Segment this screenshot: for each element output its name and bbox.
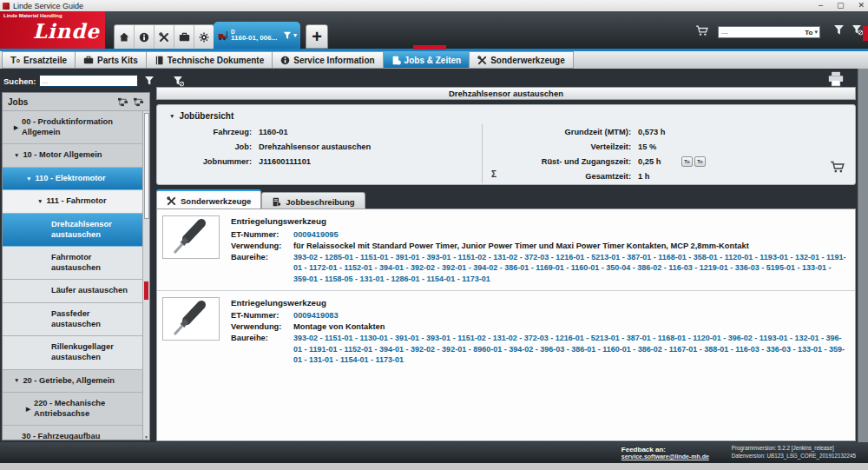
field-label: Jobnummer: [169,157,252,166]
series-list[interactable]: 393-02 - 1151-01 - 1130-01 - 391-01 - 39… [293,333,846,366]
tree-item-label: 10 - Motor Allgemein [23,150,102,161]
tool-name: Entriegelungswerkzeug [231,215,846,228]
vehicle-tab[interactable]: D 1160-01, 006... ▾ [214,22,300,49]
tool-row: Entriegelungswerkzeug ET-Nummer:00094190… [157,209,855,291]
overview-right-column: Grundzeit (MTM):0,573 h Verteilzeit:15 %… [482,124,855,183]
series-label: Baureihe: [231,252,293,285]
tree-item-label: Läufer austauschen [51,286,128,296]
sidebar-search-input[interactable] [39,75,138,87]
transfer-time-button-2[interactable]: To [694,156,706,167]
tree-item[interactable]: ▼10 - Motor Allgemein [3,144,143,168]
print-icon[interactable] [826,71,845,87]
tree-item[interactable]: ▶220 - Mechanische Antriebsachse [3,393,143,426]
filter-icon[interactable] [833,24,845,36]
main-toolbar [114,24,214,50]
et-number-link[interactable]: 0009419083 [293,310,339,321]
topbar-search-caret-icon[interactable]: ▾ [814,29,819,36]
overview-left-column: Fahrzeug:1160-01 Job:Drehzahlsensor aust… [169,124,482,183]
filter-clear-icon[interactable] [852,24,863,36]
add-to-cart-icon[interactable] [830,161,845,174]
scrollbar-thumb[interactable] [144,113,149,219]
chevron-down-icon[interactable]: ▼ [26,175,31,182]
tree-item[interactable]: Drehzahlsensor austauschen [3,214,143,247]
scroll-down-icon[interactable]: ▼ [143,434,149,440]
feedback-label: Feedback an: [621,446,709,453]
tree-item[interactable]: ▼110 - Elektromotor [3,168,143,191]
chevron-down-icon[interactable]: ▼ [14,377,19,384]
tab-jobs-zeiten[interactable]: Jobs & Zeiten [384,51,470,69]
parts-case-button[interactable] [174,25,194,49]
tab-sonderwerkzeuge[interactable]: Sonderwerkzeuge [470,51,574,69]
cart-icon-top[interactable] [695,25,708,36]
usage-value: für Relaissockel mit Standard Power Time… [293,241,749,252]
content-scrollbar[interactable] [858,69,868,442]
field-label: Grundzeit (MTM): [488,128,631,136]
vehicle-caret-icon[interactable]: ▾ [293,31,297,39]
series-list[interactable]: 393-02 - 1285-01 - 1151-01 - 391-01 - 39… [293,252,846,285]
expand-tree-icon[interactable] [117,97,128,107]
minimize-button[interactable]: – [819,0,823,11]
topbar-search-unit[interactable]: To [805,29,814,36]
topbar-search-input[interactable] [719,29,805,36]
linde-logo: Linde Material Handling Linde [0,11,105,49]
tree-item[interactable]: Passfeder austauschen [3,303,143,336]
chevron-down-icon[interactable]: ▼ [37,198,43,205]
feedback-email-link[interactable]: service.software@linde-mh.de [621,453,709,460]
status-footer: Feedback an: service.software@linde-mh.d… [0,442,868,463]
tree-item[interactable]: Läufer austauschen [3,280,143,303]
tree-item[interactable]: ▼20 - Getriebe, Allgemein [3,370,143,394]
book-icon [155,56,164,65]
version-block: Programmversion: 5.2.2 [Jenkins_release]… [732,445,856,460]
tab-parts-kits[interactable]: Parts Kits [76,51,147,69]
tree-item[interactable]: Fahrmotor austauschen [3,247,143,280]
tab-label: Jobs & Zeiten [404,56,462,65]
content-filter-clear-icon[interactable] [173,76,184,87]
chevron-right-icon[interactable]: ▶ [26,406,30,413]
tab-technische-dokumente[interactable]: Technische Dokumente [147,51,273,69]
tree-item[interactable]: ▶00 - Produktinformation Allgemein [3,111,143,144]
tree-item[interactable]: Rillenkugellager austauschen [3,336,143,369]
tree-item-label: 220 - Mechanische Antriebsachse [34,399,140,419]
tab-ersatzteile[interactable]: To Ersatzteile [2,51,76,69]
field-value: 15 % [638,142,680,151]
info-button[interactable] [135,25,155,49]
feedback-block: Feedback an: service.software@linde-mh.d… [621,446,709,460]
settings-gear-button[interactable] [194,25,214,49]
search-label: Suchen: [3,76,36,86]
red-accent-marker [413,45,446,50]
tree-item[interactable]: ▼111 - Fahrmotor [3,190,143,214]
home-button[interactable] [115,25,135,49]
collapse-tree-icon[interactable] [133,97,144,107]
tab-label: Technische Dokumente [168,56,265,65]
red-edge-marker [863,26,868,41]
program-version: Programmversion: 5.2.2 [Jenkins_release] [732,445,856,453]
field-value: J11600111101 [259,157,311,166]
et-number-link[interactable]: 0009419095 [293,229,339,241]
vehicle-filter-icon[interactable] [283,31,292,40]
add-vehicle-tab-button[interactable]: + [306,24,328,49]
maximize-button[interactable]: ▢ [837,0,845,11]
job-overview-header[interactable]: ▼ Jobübersicht [157,105,855,124]
et-label: ET-Nummer: [231,310,293,321]
tools-button[interactable] [155,25,174,49]
jobs-tree-scrollbar[interactable]: ▼ [142,111,149,440]
chevron-right-icon[interactable]: ▶ [14,439,18,440]
tab-label: Service Information [293,56,374,65]
sidebar-filter-icon[interactable] [144,76,155,86]
field-value: 0,573 h [638,128,680,136]
field-value: Drehzahlsensor austauschen [259,142,371,151]
transfer-time-button[interactable]: To [681,156,693,167]
tab-label: Ersatzteile [23,56,67,65]
sigma-icon: Σ [491,169,496,179]
tree-item-label: Rillenkugellager austauschen [51,342,140,362]
chevron-right-icon[interactable]: ▶ [14,124,18,131]
et-label: ET-Nummer: [231,229,293,241]
close-button[interactable]: ✕ [858,0,865,11]
crossed-tools-icon [477,56,487,65]
tree-item[interactable]: ▶30 - Fahrzeugaufbau Allgemein [3,426,143,440]
chevron-down-icon[interactable]: ▼ [14,152,19,159]
field-label: Verteilzeit: [488,142,631,151]
window-title: Linde Service Guide [13,2,83,10]
tab-service-information[interactable]: Service Information [273,51,383,69]
vehicle-tab-label: 1160-01, 006... [231,35,283,43]
